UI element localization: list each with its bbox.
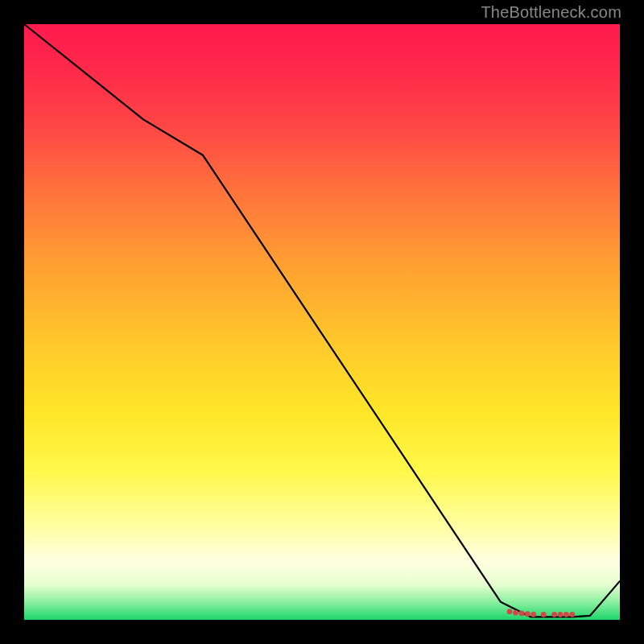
marker-point: [530, 612, 536, 617]
marker-point: [541, 612, 547, 617]
marker-point: [569, 612, 575, 617]
marker-point: [551, 612, 557, 617]
plot-area: [24, 24, 620, 620]
curve-line: [24, 24, 620, 617]
watermark-text: TheBottleneck.com: [481, 3, 621, 22]
marker-point: [513, 610, 518, 616]
marker-point: [558, 612, 564, 617]
chart-svg: [24, 24, 620, 620]
marker-point: [564, 612, 569, 617]
marker-point: [519, 610, 525, 616]
chart-stage: TheBottleneck.com: [0, 0, 644, 644]
marker-point: [507, 609, 513, 614]
marker-point: [525, 611, 530, 617]
